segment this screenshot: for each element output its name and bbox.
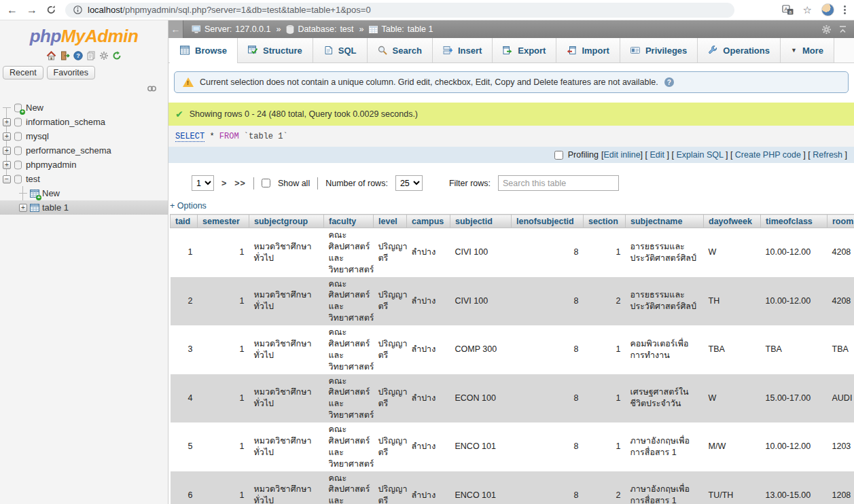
profiling-checkbox[interactable] — [554, 151, 563, 160]
plus-expander-icon[interactable]: + — [19, 204, 27, 212]
content-area: Current selection does not contain a uni… — [168, 63, 854, 504]
column-header-subjectid[interactable]: subjectid — [450, 215, 512, 228]
column-header-subjectgroup[interactable]: subjectgroup — [249, 215, 324, 228]
sidebar-item-new[interactable]: +New — [0, 101, 168, 115]
column-header-taid[interactable]: taid — [171, 215, 198, 228]
table-cell: 1 — [198, 277, 249, 326]
table-cell: 8 — [512, 374, 584, 423]
column-header-room[interactable]: room — [828, 215, 854, 228]
table-row: 61หมวดวิชาศึกษาทั่วไปคณะศิลปศาสตร์และวิท… — [171, 471, 854, 504]
scroll-top-icon[interactable] — [838, 25, 847, 34]
link-icon[interactable] — [147, 85, 157, 92]
hide-panel-button[interactable]: ← — [168, 20, 183, 38]
tab-import[interactable]: Import — [556, 38, 620, 62]
tab-search[interactable]: Search — [368, 38, 433, 62]
address-bar[interactable]: localhost/phpmyadmin/sql.php?server=1&db… — [65, 3, 734, 18]
navigation-toolbar: ? — [0, 51, 168, 60]
help-icon[interactable]: ? — [73, 51, 83, 60]
tab-insert[interactable]: Insert — [433, 38, 493, 62]
plus-expander-icon[interactable]: + — [3, 118, 11, 126]
action-link-explain-sql[interactable]: Explain SQL — [676, 150, 723, 160]
tab-operations[interactable]: Operations — [698, 38, 781, 62]
tab-more[interactable]: ▼More — [781, 38, 834, 62]
settings-icon[interactable] — [99, 51, 109, 60]
breadcrumb-table[interactable]: table 1 — [408, 24, 433, 34]
column-header-dayofweek[interactable]: dayofweek — [704, 215, 761, 228]
reload-navigation-icon[interactable] — [112, 51, 122, 60]
breadcrumb-server[interactable]: 127.0.0.1 — [235, 24, 270, 34]
column-header-section[interactable]: section — [584, 215, 626, 228]
column-header-timeofclass[interactable]: timeofclass — [761, 215, 828, 228]
table-cell: คอมพิวเตอร์เพื่อการทำงาน — [626, 325, 704, 374]
tab-browse[interactable]: Browse — [170, 38, 238, 62]
sidebar-item-mysql[interactable]: +mysql — [0, 129, 168, 143]
action-link-refresh[interactable]: Refresh — [813, 150, 842, 160]
table-cell: CIVI 100 — [450, 277, 512, 326]
profile-avatar[interactable] — [821, 3, 834, 16]
minus-expander-icon[interactable]: − — [3, 175, 11, 183]
table-cell: W — [704, 228, 761, 277]
sidebar-item-table-1[interactable]: +table 1 — [0, 200, 168, 215]
sidebar-item-information_schema[interactable]: +information_schema — [0, 115, 168, 129]
column-header-campus[interactable]: campus — [407, 215, 450, 228]
plus-expander-icon[interactable]: + — [3, 161, 11, 169]
favorite-tables-button[interactable]: Favorites — [47, 66, 95, 79]
action-link-create-php-code[interactable]: Create PHP code — [735, 150, 801, 160]
table-cell: 13.00-15.00 — [761, 471, 828, 504]
docs-icon[interactable] — [86, 51, 96, 60]
column-header-level[interactable]: level — [374, 215, 407, 228]
page-settings-icon[interactable] — [821, 24, 832, 35]
next-page-button[interactable]: > — [221, 179, 227, 188]
breadcrumb-database[interactable]: test — [340, 24, 353, 34]
sidebar-item-phpmyadmin[interactable]: +phpmyadmin — [0, 158, 168, 172]
translate-icon[interactable]: Aa — [782, 4, 794, 16]
table-cell: 10.00-12.00 — [761, 277, 828, 326]
reload-button[interactable] — [46, 5, 56, 15]
table-cell: 2 — [171, 277, 198, 326]
table-cell: 4208 — [828, 228, 854, 277]
database-tree: +New+information_schema+mysql+performanc… — [0, 101, 168, 215]
table-cell: 3 — [171, 325, 198, 374]
table-cell: 1 — [198, 228, 249, 277]
plus-expander-icon[interactable]: + — [3, 132, 11, 141]
table-cell: 4208 — [828, 277, 854, 326]
warning-message: Current selection does not contain a uni… — [174, 71, 849, 93]
divider — [317, 177, 318, 190]
table-cell: CIVI 100 — [450, 228, 512, 277]
info-icon[interactable] — [73, 5, 82, 14]
tab-export[interactable]: Export — [493, 38, 556, 62]
forward-button[interactable]: → — [26, 5, 37, 16]
tab-privileges[interactable]: Privileges — [620, 38, 698, 62]
message-help-icon[interactable]: ? — [664, 77, 674, 87]
page-select[interactable]: 1 — [192, 175, 214, 191]
logout-icon[interactable] — [60, 51, 70, 60]
tab-label: Insert — [458, 46, 482, 56]
action-link-edit-inline[interactable]: Edit inline — [603, 150, 640, 160]
action-link-edit[interactable]: Edit — [650, 150, 665, 160]
column-header-semester[interactable]: semester — [198, 215, 249, 228]
bookmark-star-icon[interactable]: ☆ — [803, 4, 812, 16]
show-all-checkbox[interactable] — [262, 179, 270, 187]
column-header-subjectname[interactable]: subjectname — [626, 215, 704, 228]
browser-menu-icon[interactable] — [844, 5, 846, 14]
table-cell: M/W — [704, 422, 761, 471]
filter-rows-input[interactable] — [498, 175, 619, 191]
last-page-button[interactable]: >> — [234, 179, 246, 188]
back-button[interactable]: ← — [7, 5, 18, 16]
plus-expander-icon[interactable]: + — [3, 147, 11, 155]
column-header-lenofsubjectid[interactable]: lenofsubjectid — [512, 215, 584, 228]
tab-sql[interactable]: SQL — [313, 38, 368, 62]
recent-tables-button[interactable]: Recent — [3, 66, 43, 79]
sql-keyword-select[interactable]: SELECT — [175, 132, 204, 142]
tab-structure[interactable]: Structure — [238, 38, 313, 62]
sidebar-item-test[interactable]: −test — [0, 172, 168, 186]
sidebar-item-performance_schema[interactable]: +performance_schema — [0, 143, 168, 158]
options-toggle-link[interactable]: + Options — [170, 201, 207, 211]
column-header-faculty[interactable]: faculty — [324, 215, 374, 228]
sidebar-item-new[interactable]: +New — [0, 186, 168, 200]
number-of-rows-select[interactable]: 25 — [395, 175, 423, 191]
table-cell: ENCO 101 — [450, 422, 512, 471]
table-cell: อารยธรรมและประวัติศาสตร์ศิลป์ — [626, 277, 704, 326]
home-icon[interactable] — [46, 51, 56, 60]
tree-item-label: information_schema — [26, 117, 105, 127]
